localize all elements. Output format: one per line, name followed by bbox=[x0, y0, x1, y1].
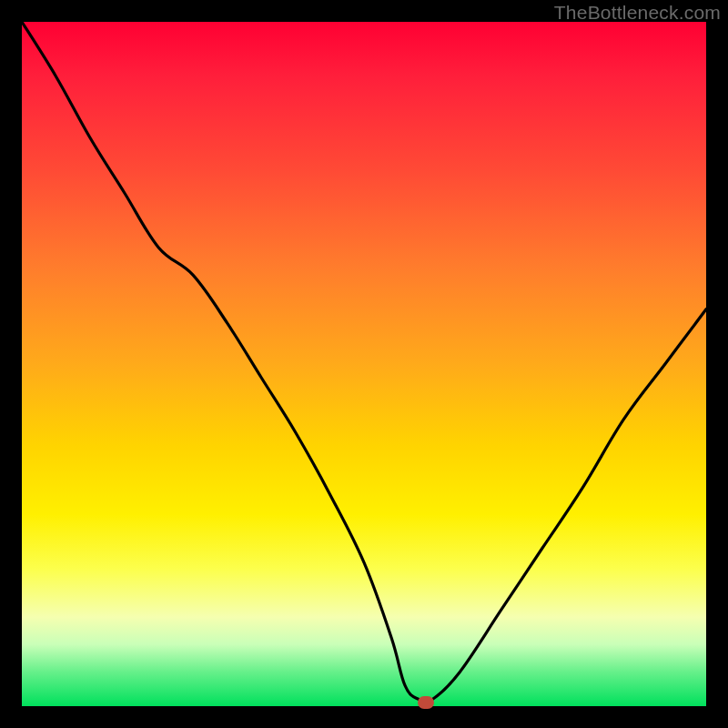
bottleneck-curve bbox=[22, 22, 706, 703]
attribution-text: TheBottleneck.com bbox=[554, 2, 721, 24]
plot-area bbox=[22, 22, 706, 706]
curve-layer bbox=[22, 22, 706, 706]
optimal-point-marker bbox=[418, 696, 434, 709]
chart-frame: TheBottleneck.com bbox=[0, 0, 728, 728]
